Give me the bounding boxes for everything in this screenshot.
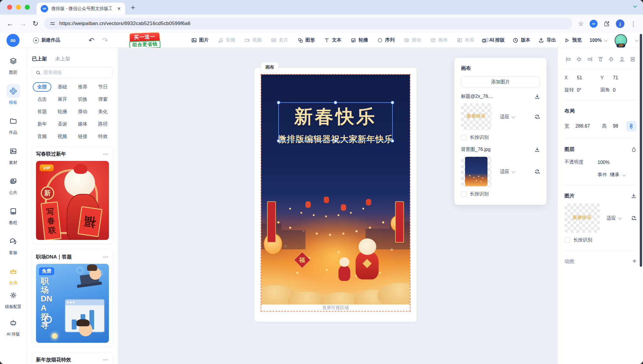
- preview-button[interactable]: 预览: [564, 37, 582, 43]
- category-chip[interactable]: 节日: [93, 82, 113, 92]
- bookmark-star-icon[interactable]: ☆: [578, 21, 584, 27]
- category-chip[interactable]: 弹窗: [93, 95, 113, 104]
- selection-handle[interactable]: [391, 139, 394, 143]
- reload-icon[interactable]: ↻: [32, 20, 38, 27]
- close-window-button[interactable]: [7, 5, 12, 10]
- sidebar-item-public[interactable]: 公共: [0, 174, 26, 195]
- fit-mode-dropdown[interactable]: 适应: [500, 114, 514, 120]
- sidebar-item-support[interactable]: 客服: [0, 235, 26, 256]
- more-icon[interactable]: ⋯: [103, 356, 109, 363]
- fit-mode-dropdown[interactable]: 适应: [500, 169, 514, 175]
- promo-badge[interactable]: 买一送一 组合更省钱: [129, 32, 161, 49]
- weipaiban-extension-icon[interactable]: ∞: [590, 20, 598, 28]
- forward-icon[interactable]: →: [19, 20, 27, 27]
- align-middle-vertical-icon[interactable]: [608, 56, 614, 62]
- constrain-proportions-button[interactable]: [626, 121, 637, 131]
- y-value[interactable]: 71: [613, 75, 637, 80]
- tool-sequence[interactable]: 序列: [377, 37, 395, 43]
- selected-image-thumbnail[interactable]: 新春快乐: [565, 203, 600, 233]
- back-icon[interactable]: ←: [6, 20, 14, 27]
- selection-handle[interactable]: [391, 101, 394, 104]
- long-press-checkbox[interactable]: [565, 237, 570, 243]
- tool-video[interactable]: 视频: [244, 37, 262, 43]
- more-icon[interactable]: ⋯: [103, 253, 109, 260]
- category-chip[interactable]: 路径: [93, 119, 113, 129]
- tool-audio[interactable]: 音频: [218, 37, 235, 43]
- rotate-value[interactable]: 0°: [577, 88, 601, 93]
- asset-thumbnail[interactable]: 新春快乐: [461, 103, 492, 130]
- more-icon[interactable]: ⋯: [103, 151, 109, 157]
- tool-canvas[interactable]: 画布: [430, 37, 448, 43]
- category-chip[interactable]: 视频: [52, 132, 73, 141]
- sidebar-item-layers[interactable]: 图层: [0, 54, 26, 75]
- new-work-button[interactable]: + 新建作品: [33, 37, 60, 43]
- sidebar-item-works[interactable]: 作品: [0, 114, 26, 135]
- category-chip[interactable]: 全部: [33, 82, 51, 92]
- replace-image-icon[interactable]: [631, 215, 637, 221]
- new-tab-button[interactable]: +: [131, 3, 135, 12]
- category-chip[interactable]: 切换: [73, 95, 93, 104]
- category-chip[interactable]: 展开: [52, 95, 73, 104]
- template-card[interactable]: 职场DNA｜答题 ⋯ 免费 职场DNA探寻: [32, 249, 113, 347]
- app-logo[interactable]: ∞: [6, 34, 19, 47]
- category-chip[interactable]: 特效: [93, 132, 113, 141]
- event-dropdown[interactable]: 事件 继承: [598, 172, 625, 178]
- search-input[interactable]: [43, 70, 109, 75]
- selection-handle[interactable]: [334, 139, 337, 143]
- radius-value[interactable]: 0: [613, 88, 637, 93]
- align-bottom-icon[interactable]: [619, 56, 625, 62]
- zoom-level-dropdown[interactable]: 100%: [590, 38, 607, 43]
- ai-layout-button[interactable]: AI 排版: [481, 37, 505, 43]
- minimize-window-button[interactable]: [16, 5, 21, 10]
- browser-profile-avatar[interactable]: j: [616, 19, 624, 28]
- add-image-button[interactable]: 添加图片: [461, 76, 540, 88]
- category-chip[interactable]: 链接: [73, 132, 93, 141]
- opacity-value[interactable]: 100%: [598, 160, 624, 165]
- tab-close-icon[interactable]: ✕: [117, 6, 121, 11]
- align-left-icon[interactable]: [565, 56, 572, 62]
- tool-layout[interactable]: 布局: [457, 37, 474, 43]
- tool-carousel[interactable]: 轮播: [351, 37, 368, 43]
- template-search[interactable]: [32, 67, 113, 78]
- category-chip[interactable]: 基础: [52, 82, 73, 92]
- site-settings-icon[interactable]: [50, 21, 55, 27]
- category-chip[interactable]: 推荐: [73, 82, 93, 92]
- template-card-thumbnail[interactable]: 免费 职场DNA探寻: [36, 264, 109, 343]
- tab-published[interactable]: 已上架: [32, 55, 47, 62]
- artboard[interactable]: 画布 福: [254, 68, 417, 322]
- long-press-checkbox[interactable]: [461, 135, 467, 140]
- sidebar-item-templates[interactable]: 模板: [0, 84, 26, 105]
- undo-icon[interactable]: ↶: [89, 36, 94, 45]
- category-chip[interactable]: 音频: [32, 132, 52, 141]
- page-scrollbar[interactable]: [640, 34, 642, 267]
- fit-mode-dropdown[interactable]: 适应: [606, 215, 621, 221]
- add-animation-icon[interactable]: +: [632, 258, 637, 265]
- sidebar-item-template-config[interactable]: 模板配置: [0, 289, 27, 309]
- sidebar-item-tutorials[interactable]: 教程: [0, 205, 26, 225]
- category-chip[interactable]: 圣诞: [52, 119, 73, 129]
- align-center-horizontal-icon[interactable]: [576, 56, 582, 62]
- download-icon[interactable]: [534, 147, 540, 152]
- user-avatar[interactable]: VIP: [615, 34, 627, 47]
- category-chip[interactable]: 媒体: [73, 119, 93, 129]
- export-button[interactable]: 导出: [538, 37, 556, 43]
- selection-handle[interactable]: [277, 101, 280, 104]
- tool-card[interactable]: 名片: [271, 37, 288, 43]
- category-chip[interactable]: 滑动: [73, 107, 93, 116]
- align-top-icon[interactable]: [597, 56, 604, 62]
- selection-box[interactable]: [278, 102, 393, 141]
- browser-menu-kebab-icon[interactable]: ⋮: [630, 21, 637, 27]
- url-bar[interactable]: https://weipaiban.cn/vectors/6932cab5216…: [44, 18, 572, 29]
- template-card[interactable]: 写春联过新年 ⋯ VIP 新 写春联 福: [32, 146, 113, 244]
- template-card-thumbnail[interactable]: VIP 新 写春联 福: [36, 161, 109, 240]
- browser-tab[interactable]: ∞ 微排版 - 微信公众号图文排版工 ✕: [37, 3, 125, 14]
- category-chip[interactable]: 答题: [32, 107, 52, 116]
- download-icon[interactable]: [534, 94, 540, 99]
- template-card[interactable]: 新年放烟花特效 ⋯: [32, 352, 113, 364]
- extensions-puzzle-icon[interactable]: [603, 20, 610, 27]
- tab-unpublished[interactable]: 未上架: [55, 55, 70, 62]
- tool-slide[interactable]: 滑动: [404, 37, 421, 43]
- zoom-window-button[interactable]: [25, 5, 30, 10]
- tool-shape[interactable]: 图形: [297, 37, 315, 43]
- category-chip[interactable]: 美化: [93, 107, 113, 116]
